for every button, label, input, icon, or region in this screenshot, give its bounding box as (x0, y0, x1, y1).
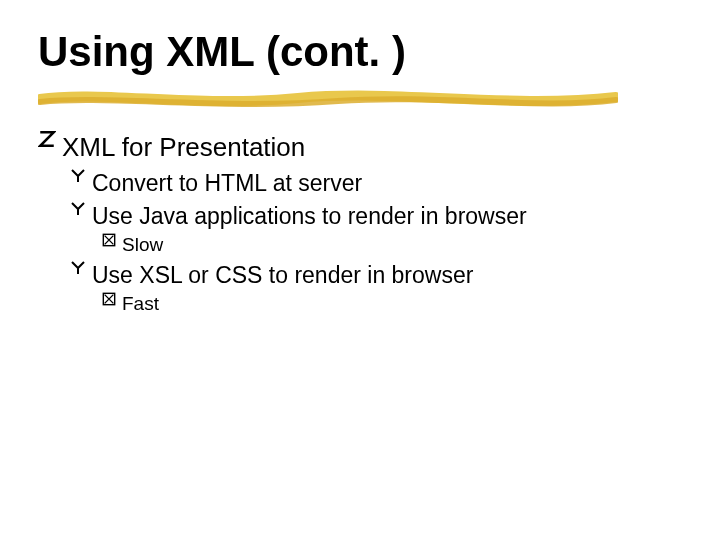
bullet-level2: Convert to HTML at server (70, 168, 682, 198)
x-bullet-icon (102, 292, 116, 306)
y-bullet-icon (70, 168, 86, 184)
bullet-level3: Slow (102, 233, 682, 257)
bullet-text: Slow (122, 233, 163, 257)
bullet-level3: Fast (102, 292, 682, 316)
x-bullet-icon (102, 233, 116, 247)
bullet-level1: XML for Presentation (38, 130, 682, 164)
slide-content: XML for Presentation Convert to HTML at … (38, 130, 682, 316)
y-bullet-icon (70, 260, 86, 276)
bullet-text: Convert to HTML at server (92, 168, 362, 198)
slide-title: Using XML (cont. ) (38, 30, 682, 74)
bullet-level2: Use XSL or CSS to render in browser (70, 260, 682, 290)
bullet-text: Use XSL or CSS to render in browser (92, 260, 473, 290)
bullet-level2: Use Java applications to render in brows… (70, 201, 682, 231)
y-bullet-icon (70, 201, 86, 217)
bullet-text: Fast (122, 292, 159, 316)
bullet-text: Use Java applications to render in brows… (92, 201, 527, 231)
slide: Using XML (cont. ) XML for Presentation … (0, 0, 720, 540)
z-bullet-icon (38, 130, 56, 148)
title-underline (38, 88, 618, 110)
bullet-text: XML for Presentation (62, 130, 305, 164)
